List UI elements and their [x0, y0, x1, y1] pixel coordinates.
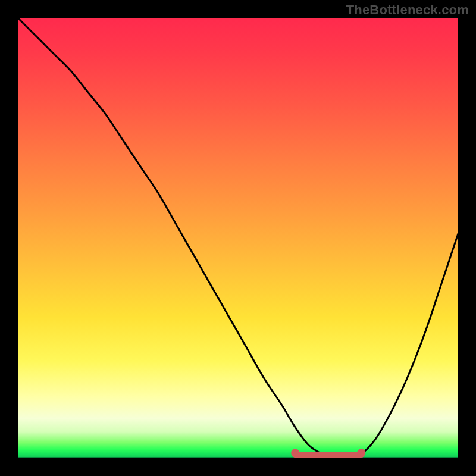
- watermark-text: TheBottleneck.com: [346, 2, 469, 18]
- optimal-start-marker: [291, 449, 299, 457]
- plot-area: [18, 18, 458, 458]
- optimal-end-marker: [357, 449, 365, 457]
- curve-svg: [18, 18, 458, 458]
- bottleneck-curve-path: [18, 18, 458, 458]
- chart-frame: TheBottleneck.com: [0, 0, 476, 476]
